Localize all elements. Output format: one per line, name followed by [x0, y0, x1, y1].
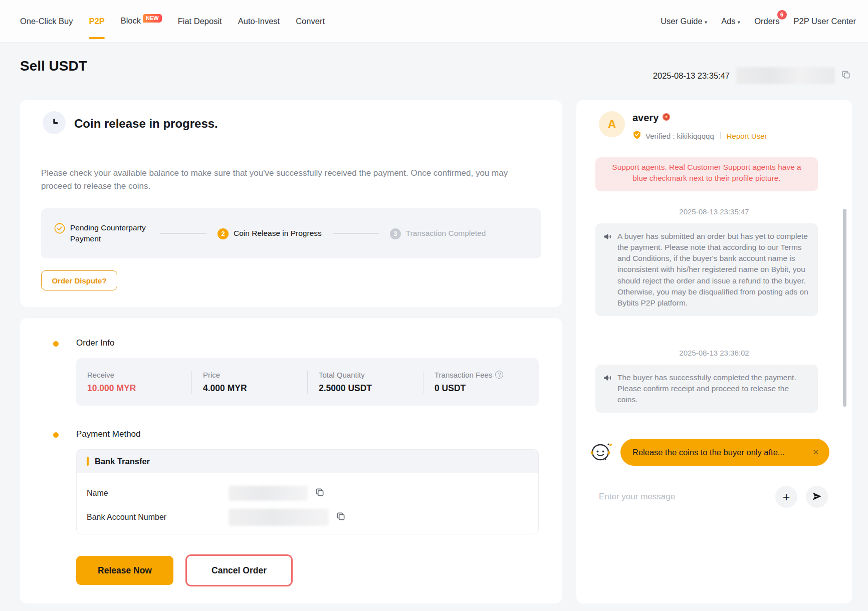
chat-user-row: avery [632, 112, 671, 124]
payment-method-box: Bank Transfer Name Bank Account Number [76, 449, 539, 534]
order-meta: 2025-08-13 23:35:47 [653, 67, 851, 85]
step-transaction-completed: 3 Transaction Completed [390, 228, 486, 239]
step-number: 2 [218, 228, 229, 239]
step-label: Coin Release in Progress [234, 228, 322, 239]
step-label: Transaction Completed [406, 228, 486, 239]
order-number-redacted [736, 67, 835, 84]
payment-method-body: Name Bank Account Number [77, 473, 538, 526]
top-nav: One-Click Buy P2P BlockNEW Fiat Deposit … [0, 0, 868, 43]
copy-name-icon[interactable] [315, 487, 325, 499]
orders-label: Orders [754, 17, 779, 26]
info-label: Price [203, 371, 307, 379]
payment-method-title: Payment Method [76, 429, 141, 439]
account-number-redacted [229, 509, 329, 526]
nav-orders[interactable]: Orders6 [754, 17, 779, 26]
divider [576, 432, 852, 432]
chat-bot-icon[interactable] [586, 438, 614, 468]
order-timestamp: 2025-08-13 23:35:47 [653, 71, 730, 81]
page-title: Sell USDT [20, 58, 87, 74]
status-card: Coin release in progress. Please check y… [20, 100, 562, 307]
payment-row-label: Bank Account Number [87, 513, 229, 522]
nav-right: User Guide▾ Ads▾ Orders6 P2P User Center [661, 17, 856, 26]
nav-fiat-deposit[interactable]: Fiat Deposit [178, 17, 222, 26]
step-coin-release: 2 Coin Release in Progress [218, 228, 322, 239]
info-total-quantity: Total Quantity 2.5000 USDT [307, 371, 423, 394]
step-label: Pending Counterparty Payment [70, 222, 149, 245]
quick-reply-pill[interactable]: Release the coins to the buyer only afte… [620, 439, 829, 466]
nav-convert[interactable]: Convert [296, 17, 325, 26]
chat-message-text: The buyer has successfully completed the… [617, 372, 810, 405]
step-connector [333, 233, 379, 234]
nav-one-click-buy[interactable]: One-Click Buy [20, 17, 73, 26]
chevron-down-icon: ▾ [705, 19, 708, 25]
order-info-box: Receive 10.000 MYR Price 4.000 MYR Total… [76, 358, 539, 406]
chat-message-text: A buyer has submitted an order but has y… [617, 231, 810, 309]
nav-user-guide[interactable]: User Guide▾ [661, 17, 707, 26]
payment-row-account: Bank Account Number [87, 509, 528, 526]
bullet-dot-icon [53, 432, 59, 438]
chat-system-message: The buyer has successfully completed the… [595, 365, 818, 413]
chat-message-list[interactable]: Support agents. Real Customer Support ag… [576, 155, 852, 431]
accent-bar [87, 457, 89, 466]
copy-order-number-icon[interactable] [841, 70, 851, 82]
nav-p2p[interactable]: P2P [89, 17, 104, 26]
cancel-order-button[interactable]: Cancel Order [185, 554, 293, 586]
progress-steps: Pending Counterparty Payment 2 Coin Rele… [41, 208, 541, 258]
avatar[interactable]: A [599, 111, 625, 137]
chat-timestamp: 2025-08-13 23:35:47 [576, 207, 852, 216]
quick-reply-text: Release the coins to the buyer only afte… [632, 448, 807, 457]
info-value-quantity: 2.5000 USDT [319, 383, 423, 394]
verified-shield-icon [632, 130, 641, 141]
megaphone-icon [603, 373, 612, 405]
bullet-dot-icon [53, 341, 59, 347]
payment-method-header: Bank Transfer [77, 450, 538, 473]
action-buttons: Release Now Cancel Order [76, 554, 293, 586]
chat-system-message: A buyer has submitted an order but has y… [595, 223, 818, 316]
chat-scrollbar[interactable] [843, 209, 846, 407]
user-guide-label: User Guide [661, 17, 702, 26]
nav-block-label: Block [121, 16, 141, 25]
check-circle-icon [54, 223, 65, 236]
send-button[interactable] [806, 486, 828, 508]
report-user-link[interactable]: Report User [727, 132, 767, 140]
copy-account-icon[interactable] [336, 511, 346, 523]
nav-auto-invest[interactable]: Auto-Invest [238, 17, 280, 26]
nav-ads[interactable]: Ads▾ [721, 17, 740, 26]
chat-user-name: avery [632, 112, 659, 124]
message-input[interactable] [599, 486, 764, 508]
step-pending-payment: Pending Counterparty Payment [54, 222, 149, 245]
attach-button[interactable]: + [775, 486, 797, 508]
payment-method-name: Bank Transfer [95, 457, 150, 466]
quick-reply-row: Release the coins to the buyer only afte… [576, 437, 852, 469]
release-now-button[interactable]: Release Now [76, 556, 173, 585]
info-label: Transaction Fees [435, 371, 492, 379]
nav-block[interactable]: BlockNEW [121, 16, 162, 26]
ads-label: Ads [721, 17, 735, 26]
divider [720, 132, 721, 139]
step-number: 3 [390, 228, 401, 239]
step-connector [160, 233, 206, 234]
help-icon[interactable]: ? [495, 371, 503, 379]
order-dispute-button[interactable]: Order Dispute? [41, 270, 117, 290]
send-icon [811, 491, 822, 503]
verified-row: Verified : kikikiqqqqq Report User [632, 130, 767, 141]
chat-warning-message: Support agents. Real Customer Support ag… [595, 157, 818, 191]
info-receive: Receive 10.000 MYR [76, 371, 191, 394]
info-value-fees: 0 USDT [435, 383, 539, 394]
megaphone-icon [603, 232, 612, 309]
info-price: Price 4.000 MYR [191, 371, 307, 394]
chat-panel: A avery Verified : kikikiqqqqq Report Us… [576, 100, 852, 603]
nav-p2p-user-center[interactable]: P2P User Center [794, 17, 856, 26]
name-redacted [229, 486, 308, 501]
new-badge: NEW [143, 14, 162, 23]
info-value-price: 4.000 MYR [203, 383, 307, 394]
close-icon[interactable]: ✕ [812, 447, 819, 458]
user-medal-badge-icon [662, 113, 671, 123]
page: One-Click Buy P2P BlockNEW Fiat Deposit … [0, 0, 868, 611]
order-info-title: Order Info [76, 338, 115, 348]
info-value-receive: 10.000 MYR [87, 383, 191, 394]
payment-row-name: Name [87, 486, 528, 501]
verified-text: Verified : kikikiqqqqq [645, 132, 714, 140]
info-label: Total Quantity [319, 371, 423, 379]
info-transaction-fees: Transaction Fees ? 0 USDT [423, 371, 539, 394]
